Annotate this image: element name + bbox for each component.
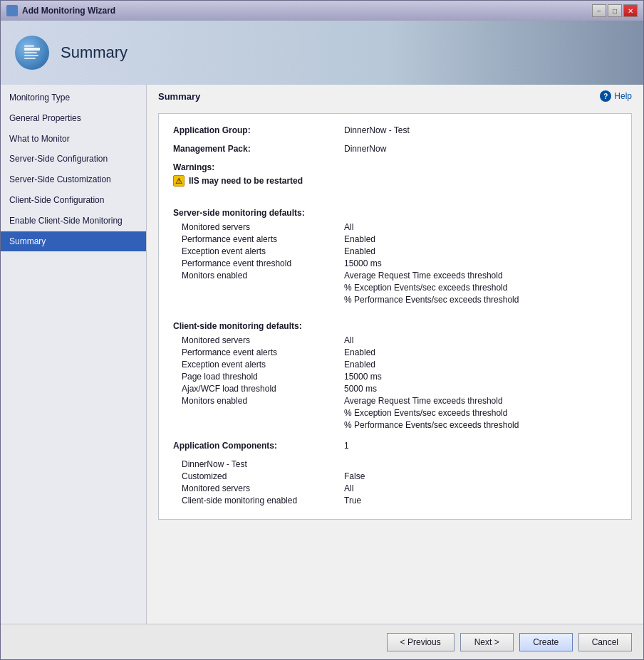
app-component-monitored-servers-value: All xyxy=(344,483,353,493)
app-components-count: 1 xyxy=(344,441,349,451)
svg-rect-1 xyxy=(24,45,34,47)
server-monitors-enabled-value-1: Average Request Time exceeds threshold xyxy=(344,271,503,281)
server-monitors-enabled-value-3: % Performance Events/sec exceeds thresho… xyxy=(344,295,519,305)
management-pack-label: Management Pack: xyxy=(173,144,344,154)
server-monitors-enabled-value-2: % Exception Events/sec exceeds threshold xyxy=(344,283,507,293)
server-exc-alerts-label: Exception event alerts xyxy=(182,246,344,256)
svg-rect-0 xyxy=(24,48,40,51)
app-components-row: Application Components: 1 xyxy=(173,441,617,451)
maximize-button[interactable]: □ xyxy=(608,4,622,17)
close-button[interactable]: ✕ xyxy=(623,4,638,17)
client-ajax-threshold-value: 5000 ms xyxy=(344,384,377,394)
content-area: Monitoring Type General Properties What … xyxy=(1,85,643,624)
help-link[interactable]: ? Help xyxy=(600,90,632,102)
server-monitors-enabled-2: % Exception Events/sec exceeds threshold xyxy=(173,283,617,293)
sidebar-item-enable-client-side-monitoring[interactable]: Enable Client-Side Monitoring xyxy=(1,211,146,231)
client-page-load-threshold-label: Page load threshold xyxy=(182,372,344,382)
client-monitors-enabled-label-2 xyxy=(182,408,344,418)
server-monitored-servers: Monitored servers All xyxy=(173,222,617,232)
app-component-customized-label: Customized xyxy=(182,471,344,481)
client-page-load-threshold: Page load threshold 15000 ms xyxy=(173,372,617,382)
server-monitors-enabled-label: Monitors enabled xyxy=(182,271,344,281)
server-monitors-enabled: Monitors enabled Average Request Time ex… xyxy=(173,271,617,281)
sidebar-item-general-properties[interactable]: General Properties xyxy=(1,108,146,129)
client-monitors-enabled-3: % Performance Events/sec exceeds thresho… xyxy=(173,420,617,430)
cancel-button[interactable]: Cancel xyxy=(578,633,632,651)
app-components-title: Application Components: xyxy=(173,441,344,451)
help-icon: ? xyxy=(600,90,611,102)
footer: < Previous Next > Create Cancel xyxy=(1,624,643,659)
management-pack-value: DinnerNow xyxy=(344,144,386,154)
divider-1 xyxy=(173,194,617,202)
sidebar-item-client-side-configuration[interactable]: Client-Side Configuration xyxy=(1,190,146,211)
summary-box: Application Group: DinnerNow - Test Mana… xyxy=(158,113,632,520)
client-exc-alerts-label: Exception event alerts xyxy=(182,360,344,370)
client-perf-alerts-label: Performance event alerts xyxy=(182,347,344,357)
sidebar-item-server-side-configuration[interactable]: Server-Side Configuration xyxy=(1,149,146,169)
application-group-row: Application Group: DinnerNow - Test xyxy=(173,125,617,135)
server-monitors-enabled-label-2 xyxy=(182,283,344,293)
client-monitored-servers-label: Monitored servers xyxy=(182,335,344,345)
sidebar-item-what-to-monitor[interactable]: What to Monitor xyxy=(1,129,146,150)
svg-rect-3 xyxy=(24,55,38,56)
svg-rect-4 xyxy=(24,58,36,59)
server-monitored-servers-label: Monitored servers xyxy=(182,222,344,232)
svg-rect-2 xyxy=(24,52,37,53)
client-page-load-threshold-value: 15000 ms xyxy=(344,372,382,382)
minimize-button[interactable]: − xyxy=(592,4,606,17)
client-monitored-servers: Monitored servers All xyxy=(173,335,617,345)
client-exc-alerts-value: Enabled xyxy=(344,360,375,370)
client-perf-alerts: Performance event alerts Enabled xyxy=(173,347,617,357)
server-perf-threshold-label: Performance event threshold xyxy=(182,258,344,268)
client-monitors-enabled-value-1: Average Request Time exceeds threshold xyxy=(344,396,503,406)
client-monitors-enabled-value-2: % Exception Events/sec exceeds threshold xyxy=(344,408,507,418)
client-monitored-servers-value: All xyxy=(344,335,353,345)
app-component-client-monitoring-value: True xyxy=(344,496,361,506)
main-window: Add Monitoring Wizard − □ ✕ Summary Moni… xyxy=(0,0,644,660)
app-component-client-monitoring-label: Client-side monitoring enabled xyxy=(182,496,344,506)
client-monitors-enabled-label: Monitors enabled xyxy=(182,396,344,406)
summary-content: Application Group: DinnerNow - Test Mana… xyxy=(147,108,643,624)
warning-text: IIS may need to be restarted xyxy=(189,176,303,186)
next-button[interactable]: Next > xyxy=(460,633,514,651)
app-component-client-monitoring: Client-side monitoring enabled True xyxy=(173,496,617,506)
client-monitors-enabled-value-3: % Performance Events/sec exceeds thresho… xyxy=(344,420,519,430)
server-monitors-enabled-3: % Performance Events/sec exceeds thresho… xyxy=(173,295,617,305)
client-perf-alerts-value: Enabled xyxy=(344,347,375,357)
warning-item: ⚠ IIS may need to be restarted xyxy=(173,175,617,187)
sidebar: Monitoring Type General Properties What … xyxy=(1,85,147,624)
app-component-customized-value: False xyxy=(344,471,365,481)
app-component-monitored-servers-label: Monitored servers xyxy=(182,483,344,493)
window-icon xyxy=(6,5,18,16)
server-perf-alerts: Performance event alerts Enabled xyxy=(173,234,617,244)
header-title: Summary xyxy=(61,43,128,62)
server-perf-alerts-label: Performance event alerts xyxy=(182,234,344,244)
app-component-monitored-servers: Monitored servers All xyxy=(173,483,617,493)
header: Summary xyxy=(1,21,643,85)
server-exc-alerts: Exception event alerts Enabled xyxy=(173,246,617,256)
title-bar-left: Add Monitoring Wizard xyxy=(6,5,115,16)
title-bar: Add Monitoring Wizard − □ ✕ xyxy=(1,1,643,21)
warnings-label: Warnings: xyxy=(173,162,617,172)
client-monitors-enabled: Monitors enabled Average Request Time ex… xyxy=(173,396,617,406)
create-button[interactable]: Create xyxy=(519,633,573,651)
client-ajax-threshold-label: Ajax/WCF load threshold xyxy=(182,384,344,394)
help-label: Help xyxy=(614,91,632,101)
main-panel-header: Summary ? Help xyxy=(147,85,643,108)
title-bar-controls: − □ ✕ xyxy=(592,4,638,17)
server-perf-alerts-value: Enabled xyxy=(344,234,375,244)
sidebar-item-monitoring-type[interactable]: Monitoring Type xyxy=(1,88,146,108)
client-monitors-enabled-2: % Exception Events/sec exceeds threshold xyxy=(173,408,617,418)
server-monitored-servers-value: All xyxy=(344,222,353,232)
client-ajax-threshold: Ajax/WCF load threshold 5000 ms xyxy=(173,384,617,394)
sidebar-item-server-side-customization[interactable]: Server-Side Customization xyxy=(1,169,146,190)
app-component-customized: Customized False xyxy=(173,471,617,481)
client-exc-alerts: Exception event alerts Enabled xyxy=(173,360,617,370)
previous-button[interactable]: < Previous xyxy=(387,633,455,651)
sidebar-item-summary[interactable]: Summary xyxy=(1,231,146,252)
server-monitors-enabled-label-3 xyxy=(182,295,344,305)
app-component-name: DinnerNow - Test xyxy=(173,459,617,469)
server-perf-threshold: Performance event threshold 15000 ms xyxy=(173,258,617,268)
server-exc-alerts-value: Enabled xyxy=(344,246,375,256)
main-panel-title: Summary xyxy=(158,91,200,102)
